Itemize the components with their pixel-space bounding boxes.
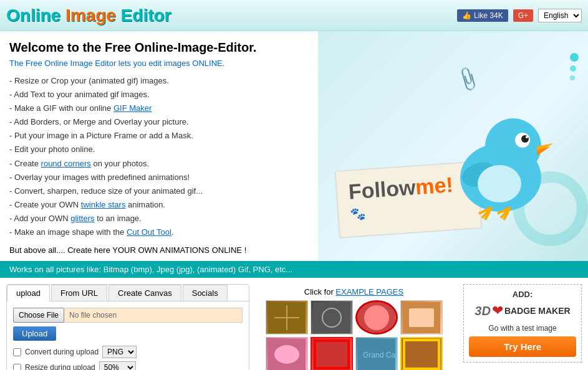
tab-upload[interactable]: upload xyxy=(7,285,50,301)
svg-rect-26 xyxy=(313,339,350,370)
welcome-subtitle: The Free Online Image Editor lets you ed… xyxy=(9,59,309,68)
example-thumb-4[interactable] xyxy=(400,300,443,334)
example-panel: Click for EXAMPLE PAGES Grand Canyon xyxy=(249,284,458,370)
cut-out-link[interactable]: Cut Out Tool xyxy=(127,227,171,237)
follow-text: Follow xyxy=(348,175,417,203)
svg-text:Grand Canyon: Grand Canyon xyxy=(363,351,395,359)
svg-point-4 xyxy=(526,136,528,138)
resize-percent-select[interactable]: 50% 25% 75% 100% xyxy=(99,361,136,370)
feature-resize: - Resize or Crop your (animated gif) ima… xyxy=(9,74,309,88)
animations-note: But above all.... Create here YOUR OWN A… xyxy=(9,245,309,255)
badge-heart-icon: ❤ xyxy=(492,303,503,319)
main-area: Welcome to the Free Online-Image-Editor.… xyxy=(0,31,588,261)
example-thumb-8[interactable] xyxy=(400,337,443,370)
test-image-text: Go with a test image xyxy=(469,324,576,333)
example-thumb-6[interactable] xyxy=(311,337,353,370)
twinkle-stars-link[interactable]: twinkle stars xyxy=(81,200,126,209)
try-here-button[interactable]: Try Here xyxy=(469,336,576,357)
feature-cutout: - Make an image shape with the Cut Out T… xyxy=(9,225,309,239)
header-controls: 👍 Like 34K G+ English xyxy=(457,9,582,22)
upload-tab-content: Choose File No file chosen Upload Conver… xyxy=(7,301,249,370)
convert-option-row: Convert during upload PNG JPG GIF BMP xyxy=(13,346,243,358)
feature-corners: - Create round corners on your photos. xyxy=(9,157,309,171)
svg-point-21 xyxy=(364,305,389,330)
upload-button[interactable]: Upload xyxy=(13,326,56,341)
convert-format-select[interactable]: PNG JPG GIF BMP xyxy=(102,346,137,358)
file-chosen-display: No file chosen xyxy=(64,308,243,323)
gplus-label: G+ xyxy=(518,11,528,20)
decoration-circles xyxy=(570,53,579,80)
tab-create-canvas[interactable]: Create Canvas xyxy=(108,285,181,301)
site-logo: Online Image Editor xyxy=(6,6,171,26)
convert-checkbox[interactable] xyxy=(13,348,21,356)
svg-point-8 xyxy=(478,165,521,202)
example-thumb-3[interactable] xyxy=(355,300,398,334)
tab-from-url[interactable]: From URL xyxy=(51,285,107,301)
example-thumb-5[interactable] xyxy=(266,337,308,370)
logo-editor: Editor xyxy=(121,6,171,25)
click-text: Click for xyxy=(304,287,336,296)
badge-maker-panel: ADD: 3D ❤ BADGE MAKER Go with a test ima… xyxy=(463,284,582,363)
feature-edit: - Edit your photo online. xyxy=(9,143,309,156)
feature-text: - Add Text to your animated gif images. xyxy=(9,88,309,102)
feature-twinkle: - Create your OWN twinkle stars animatio… xyxy=(9,198,309,212)
feature-glitters: - Add your OWN glitters to an image. xyxy=(9,212,309,225)
resize-label: Resize during upload xyxy=(25,363,95,370)
tab-socials[interactable]: Socials xyxy=(183,285,228,301)
svg-rect-23 xyxy=(409,308,434,327)
example-pages-link[interactable]: EXAMPLE PAGES xyxy=(335,287,403,296)
example-thumb-7[interactable]: Grand Canyon xyxy=(355,337,398,370)
feature-convert: - Convert, sharpen, reduce size of your … xyxy=(9,184,309,198)
right-illustration: 📎 Followme! 🐾 xyxy=(318,31,588,261)
tab-bar: upload From URL Create Canvas Socials xyxy=(7,285,249,301)
file-input-row: Choose File No file chosen xyxy=(13,308,243,323)
feature-list: - Resize or Crop your (animated gif) ima… xyxy=(9,74,309,239)
paperclip-icon: 📎 xyxy=(454,65,483,93)
google-plus-button[interactable]: G+ xyxy=(513,9,533,22)
teal-banner: Works on all pictures like: Bitmap (bmp)… xyxy=(0,261,588,278)
language-select[interactable]: English xyxy=(538,9,582,22)
example-thumbnails: Grand Canyon xyxy=(256,300,452,370)
left-content: Welcome to the Free Online-Image-Editor.… xyxy=(0,31,318,261)
facebook-like-button[interactable]: 👍 Like 34K xyxy=(457,9,508,22)
logo-online: Online xyxy=(6,6,65,25)
feature-gif: - Make a GIF with our online GIF Maker xyxy=(9,102,309,115)
choose-file-button[interactable]: Choose File xyxy=(13,308,64,323)
resize-option-row: Resize during upload 50% 25% 75% 100% xyxy=(13,361,243,370)
header: Online Image Editor 👍 Like 34K G+ Englis… xyxy=(0,0,588,31)
resize-checkbox[interactable] xyxy=(13,364,21,370)
thumbs-up-icon: 👍 xyxy=(462,11,471,20)
svg-rect-30 xyxy=(403,339,440,370)
convert-label: Convert during upload xyxy=(25,348,99,356)
glitters-link[interactable]: glitters xyxy=(70,214,94,223)
upload-panel: upload From URL Create Canvas Socials Ch… xyxy=(6,284,249,370)
bottom-section: upload From URL Create Canvas Socials Ch… xyxy=(0,278,588,370)
badge-3d-text: 3D xyxy=(475,304,491,318)
badge-maker-graphic: 3D ❤ BADGE MAKER xyxy=(469,303,576,319)
svg-rect-18 xyxy=(313,302,350,333)
fb-like-label: Like 34K xyxy=(474,11,503,20)
welcome-title: Welcome to the Free Online-Image-Editor. xyxy=(9,40,309,55)
logo-image: Image xyxy=(65,6,121,25)
feature-animations: - Overlay your images with predefined an… xyxy=(9,171,309,184)
example-thumb-1[interactable] xyxy=(266,300,308,334)
feature-frame: - Put your image in a Picture Frame or a… xyxy=(9,129,309,143)
svg-point-25 xyxy=(274,345,299,364)
badge-name-text: BADGE MAKER xyxy=(504,306,571,316)
round-corners-link[interactable]: round corners xyxy=(41,159,91,168)
gif-maker-link[interactable]: GIF Maker xyxy=(113,103,152,113)
feature-borders: - Add Borders, or Merge and Overlay your… xyxy=(9,115,309,129)
example-title: Click for EXAMPLE PAGES xyxy=(256,287,452,296)
twitter-bird-illustration xyxy=(445,103,557,221)
add-label: ADD: xyxy=(469,290,576,299)
example-thumb-2[interactable] xyxy=(311,300,353,334)
